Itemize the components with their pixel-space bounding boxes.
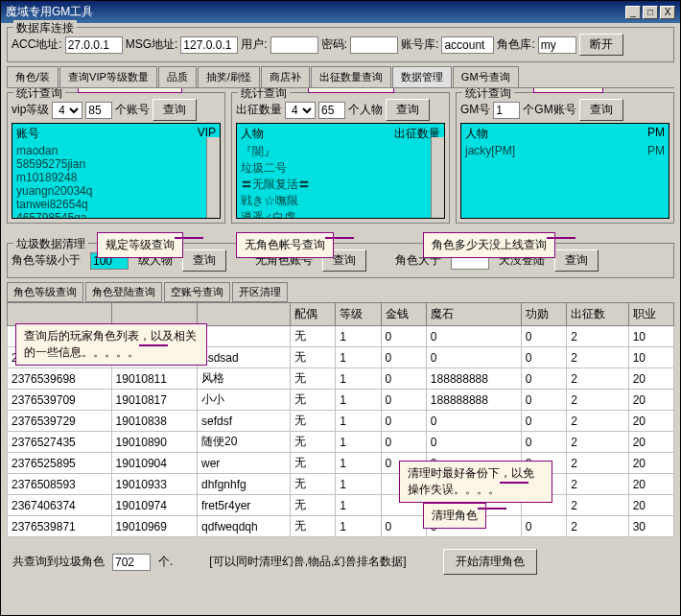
- p1-query-button[interactable]: 查询: [153, 99, 197, 121]
- start-clean-button[interactable]: 开始清理角色: [443, 549, 537, 575]
- p2-suffix: 个人物: [348, 102, 383, 118]
- table-row[interactable]: 237650859319010933dhfgnhfg无1220: [8, 474, 674, 495]
- bottom-bar: 共查询到垃圾角色 个. [可以同时清理幻兽,物品,幻兽排名数据] 开始清理角色: [1, 541, 680, 582]
- main-tab[interactable]: 查询VIP等级数量: [59, 66, 157, 87]
- roledb-input[interactable]: [538, 36, 576, 54]
- p1-select[interactable]: 4: [52, 102, 82, 119]
- msg-input[interactable]: [180, 36, 238, 54]
- pwd-input[interactable]: [350, 36, 398, 54]
- p1-num[interactable]: [85, 102, 112, 119]
- p2-query-button[interactable]: 查询: [386, 99, 430, 121]
- p3-legend: 统计查询: [462, 88, 514, 102]
- minimize-button[interactable]: _: [625, 6, 641, 19]
- main-tab[interactable]: 商店补: [261, 66, 310, 87]
- titlebar: 魔域专用GM工具 _ □ X: [1, 1, 680, 23]
- table-row[interactable]: 237653969819010811风格无101888888880220: [8, 368, 674, 390]
- user-input[interactable]: [270, 36, 318, 54]
- acc-input[interactable]: [65, 36, 123, 54]
- callout-noacct: 无角色帐号查询: [236, 232, 334, 258]
- col-header[interactable]: [197, 303, 290, 326]
- p1-suffix: 个账号: [115, 102, 150, 118]
- db-legend: 数据库连接: [13, 20, 77, 36]
- p3-list[interactable]: 人物PM jacky[PM]PM: [460, 123, 669, 219]
- list-item[interactable]: tanwei82654q4: [12, 198, 220, 211]
- sub-tab[interactable]: 开区清理: [232, 282, 288, 302]
- table-row[interactable]: 237653970919010817小小无101888888880220: [8, 390, 674, 411]
- junk-legend: 垃圾数据清理: [13, 236, 88, 252]
- count-label: 共查询到垃圾角色: [12, 554, 105, 570]
- p1-label: vip等级: [12, 102, 49, 118]
- main-tab[interactable]: GM号查询: [453, 66, 519, 87]
- main-tab[interactable]: 抽奖/刷怪: [198, 66, 260, 87]
- list-item[interactable]: 『闇』4: [237, 144, 444, 160]
- col-header[interactable]: 等级: [336, 303, 381, 326]
- list-item[interactable]: 465798545qa4: [12, 211, 220, 219]
- p3-query-button[interactable]: 查询: [579, 99, 623, 121]
- p2-label: 出征数量: [236, 102, 282, 118]
- vip-panel: 统计查询 vip等级 4 个账号 查询 账号VIP maodan45859527…: [7, 92, 225, 224]
- main-tabs: 角色/装查询VIP等级数量品质抽奖/刷怪商店补出征数量查询数据管理GM号查询: [7, 66, 674, 88]
- p3-num[interactable]: [493, 102, 520, 119]
- list-item[interactable]: 垃圾二号4: [237, 160, 444, 177]
- list-item[interactable]: 戦き☆嘸限4: [237, 193, 444, 209]
- col-header[interactable]: 魔石: [426, 303, 521, 326]
- p1-list[interactable]: 账号VIP maodan458595275jian4m101892484yuan…: [12, 123, 221, 219]
- p2-num[interactable]: [318, 102, 345, 119]
- acc-label: ACC地址:: [12, 36, 62, 53]
- p3-label: GM号: [460, 102, 490, 118]
- count-input[interactable]: [112, 554, 151, 571]
- sub-tab[interactable]: 角色登陆查询: [85, 282, 162, 302]
- hint-text: [可以同时清理幻兽,物品,幻兽排名数据]: [209, 554, 406, 570]
- col-header[interactable]: 出征数: [567, 303, 628, 326]
- db-connection-group: 数据库连接 ACC地址: MSG地址: 用户: 密码: 账号库: 角色库: 断开: [7, 27, 674, 62]
- p3-suffix: 个GM账号: [523, 102, 575, 118]
- acctdb-input[interactable]: [441, 36, 494, 54]
- p1-legend: 统计查询: [13, 88, 65, 102]
- list-item[interactable]: yuangn20034q4: [12, 184, 220, 198]
- col-header[interactable]: 职业: [628, 303, 673, 326]
- list-item[interactable]: 〓无限复活〓4: [237, 177, 444, 193]
- col-header[interactable]: [111, 303, 197, 326]
- scrollbar[interactable]: [206, 137, 220, 218]
- p2-legend: 统计查询: [238, 88, 290, 102]
- col-header[interactable]: 配偶: [291, 303, 336, 326]
- p2-select[interactable]: 4: [285, 102, 316, 119]
- acctdb-label: 账号库:: [401, 36, 438, 53]
- scrollbar[interactable]: [431, 137, 444, 218]
- table-row[interactable]: 237652589519010904wer无1000220: [8, 453, 674, 474]
- p2-list[interactable]: 人物出征数量 『闇』4垃圾二号4〓无限复活〓4戦き☆嘸限4逍遥♂白虎4风雪V无痕…: [236, 123, 445, 219]
- callout-expedition: 出征数量查询: [308, 88, 394, 93]
- list-item[interactable]: jacky[PM]PM: [461, 144, 669, 157]
- user-label: 用户:: [241, 36, 267, 53]
- callout-vip: 查询VIP等级数量: [78, 88, 182, 93]
- list-item[interactable]: 逍遥♂白虎4: [237, 209, 444, 219]
- table-row[interactable]: 236740637419010974fret5r4yer无1220: [8, 495, 674, 516]
- col-header[interactable]: [8, 303, 112, 326]
- count-suffix: 个.: [158, 554, 173, 570]
- list-item[interactable]: 58595275jian4: [12, 157, 220, 171]
- lvl-lt-label: 角色等级小于: [12, 252, 81, 269]
- list-item[interactable]: maodan4: [12, 144, 220, 157]
- list-item[interactable]: m101892484: [12, 171, 220, 184]
- roledb-label: 角色库:: [497, 36, 534, 53]
- main-tab[interactable]: 数据管理: [392, 66, 452, 87]
- col-header[interactable]: 金钱: [381, 303, 426, 326]
- table-row[interactable]: 237652743519010890随便20无1000220: [8, 432, 674, 453]
- maximize-button[interactable]: □: [643, 6, 658, 19]
- main-tab[interactable]: 角色/装: [7, 66, 59, 87]
- sub-tab[interactable]: 空账号查询: [164, 282, 230, 302]
- disconnect-button[interactable]: 断开: [579, 34, 623, 56]
- gm-panel: 统计查询 GM号 个GM账号 查询 人物PM jacky[PM]PM: [456, 92, 674, 224]
- table-row[interactable]: 237653987119010969qdfweqdqh无1000230: [8, 516, 674, 537]
- sub-tabs: 角色等级查询角色登陆查询空账号查询开区清理: [7, 282, 674, 302]
- callout-backup: 清理时最好备份下，以免操作失误。。。。: [399, 461, 552, 503]
- callout-grid: 查询后的玩家角色列表，以及相关的一些信息。。。。。: [15, 323, 207, 366]
- sub-tab[interactable]: 角色等级查询: [7, 282, 83, 302]
- window-title: 魔域专用GM工具: [6, 4, 93, 20]
- close-button[interactable]: X: [660, 6, 675, 19]
- table-row[interactable]: 237653972919010838sefdsf无1000220: [8, 411, 674, 432]
- expedition-panel: 统计查询 出征数量 4 个人物 查询 人物出征数量 『闇』4垃圾二号4〓无限复活…: [231, 92, 450, 224]
- main-tab[interactable]: 出征数量查询: [311, 66, 391, 87]
- col-header[interactable]: 功勋: [521, 303, 566, 326]
- main-tab[interactable]: 品质: [158, 66, 197, 87]
